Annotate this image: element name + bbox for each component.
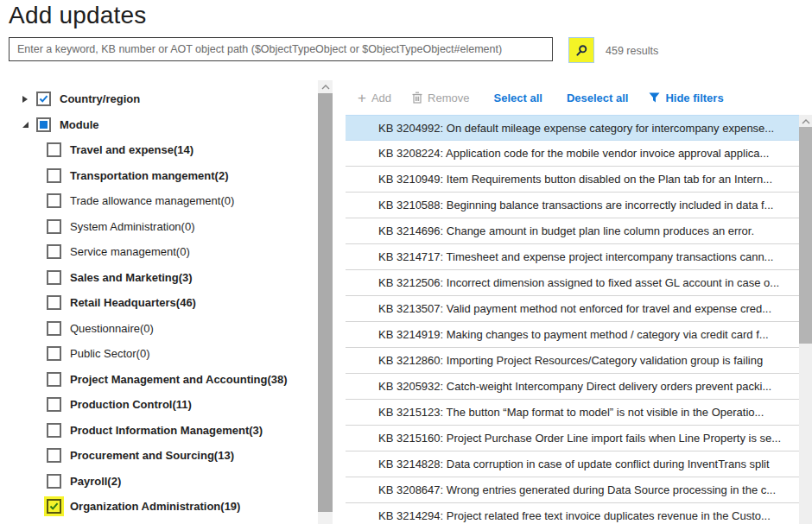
kb-result-text: KB 3212506: Incorrect dimension assigned… (378, 276, 779, 289)
expand-arrow-icon[interactable] (22, 95, 31, 104)
kb-result-row[interactable]: KB 3214696: Change amount in budget plan… (346, 218, 799, 244)
kb-result-row[interactable]: KB 3214717: Timesheet and expense projec… (346, 244, 799, 270)
tree-item[interactable]: Transportation mangement(2) (0, 163, 318, 189)
kb-result-row[interactable]: KB 3214294: Project related free text in… (346, 503, 799, 524)
tree-item[interactable]: Questionnaire(0) (0, 316, 318, 342)
tree-item[interactable]: Project Management and Accounting(38) (0, 367, 318, 393)
kb-result-row[interactable]: KB 3210588: Beginning balance transactio… (346, 193, 799, 218)
trash-icon (412, 92, 422, 104)
collapse-arrow-icon[interactable] (22, 121, 31, 129)
tree-item[interactable]: Product Information Management(3) (0, 418, 318, 444)
kb-result-row[interactable]: KB 3215160: Project Purchase Order Line … (346, 426, 799, 451)
tree-item-label: Retail Headquarters(46) (70, 296, 196, 309)
checkbox-unchecked[interactable] (47, 372, 61, 387)
page-title: Add updates (9, 2, 146, 29)
checkbox-unchecked[interactable] (47, 321, 61, 336)
deselect-all-button[interactable]: Deselect all (567, 92, 629, 104)
filter-scrollbar[interactable] (318, 80, 333, 524)
checkbox-unchecked[interactable] (47, 474, 61, 489)
tree-item[interactable]: Procurement and Sourcing(13) (0, 443, 318, 469)
tree-item-label: Questionnaire(0) (70, 322, 154, 335)
kb-result-text: KB 3210588: Beginning balance transactio… (378, 199, 773, 211)
checkbox-unchecked[interactable] (47, 423, 61, 438)
search-button[interactable] (568, 37, 594, 63)
tree-item[interactable]: Public Sector(0) (0, 341, 318, 367)
add-button[interactable]: + Add (358, 91, 391, 105)
checkbox-unchecked[interactable] (47, 295, 61, 310)
tree-item[interactable]: Sales and Marketing(3) (0, 265, 318, 291)
checkbox-unchecked[interactable] (47, 142, 61, 157)
kb-result-row[interactable]: KB 3204992: On default mileage expense c… (346, 115, 799, 141)
results-toolbar: + Add Remove Select all Deselect all (346, 80, 724, 115)
tree-item[interactable]: Module (0, 112, 318, 138)
results-scrollbar[interactable] (799, 115, 812, 524)
checkbox-unchecked[interactable] (47, 270, 61, 285)
tree-item[interactable]: Organization Administration(19) (0, 494, 318, 520)
select-all-button[interactable]: Select all (494, 92, 542, 104)
kb-result-row[interactable]: KB 3212860: Importing Project Resources/… (346, 348, 799, 374)
tree-item-label: Product Information Management(3) (70, 424, 263, 437)
tree-item-label: System Administration(0) (70, 220, 195, 233)
tree-item[interactable]: Payroll(2) (0, 469, 318, 495)
kb-result-row[interactable]: KB 3214828: Data corruption in case of u… (346, 451, 799, 477)
checkbox-checked[interactable] (36, 92, 51, 106)
deselect-all-label: Deselect all (567, 92, 629, 104)
tree-item[interactable]: Country/region (0, 86, 318, 112)
checkbox-unchecked[interactable] (47, 346, 61, 361)
kb-result-text: KB 3214696: Change amount in budget plan… (378, 224, 754, 237)
hide-filters-button[interactable]: Hide filters (649, 92, 723, 104)
tree-item-label: Trade allowance management(0) (70, 194, 234, 207)
checkbox-unchecked[interactable] (47, 244, 61, 259)
checkbox-unchecked[interactable] (47, 219, 61, 234)
checkbox-unchecked[interactable] (47, 448, 61, 463)
filter-panel: Country/regionModuleTravel and expense(1… (0, 80, 337, 524)
checkbox-checked-highlighted[interactable] (47, 499, 61, 514)
kb-result-text: KB 3214828: Data corruption in case of u… (378, 458, 770, 470)
kb-result-text: KB 3215123: The button “Map format to mo… (378, 406, 764, 419)
scrollbar-thumb[interactable] (318, 93, 333, 512)
tree-item[interactable]: Retail Headquarters(46) (0, 290, 318, 316)
kb-result-text: KB 3204992: On default mileage expense c… (378, 122, 774, 135)
plus-icon: + (358, 91, 366, 105)
tree-item-label: Organization Administration(19) (70, 500, 240, 513)
kb-result-text: KB 3212860: Importing Project Resources/… (378, 354, 763, 367)
checkbox-unchecked[interactable] (47, 193, 61, 208)
kb-result-row[interactable]: KB 3205932: Catch-weight Intercompany Di… (346, 374, 799, 400)
tree-item-label: Service management(0) (70, 245, 190, 258)
scroll-up-icon[interactable] (318, 80, 333, 93)
checkbox-unchecked[interactable] (47, 397, 61, 412)
results-panel: + Add Remove Select all Deselect all (346, 80, 812, 524)
tree-item-label: Transportation mangement(2) (70, 169, 228, 182)
tree-item[interactable]: Trade allowance management(0) (0, 188, 318, 214)
tree-item-label: Public Sector(0) (70, 347, 149, 360)
hide-filters-label: Hide filters (665, 92, 723, 104)
tree-item[interactable]: Service management(0) (0, 239, 318, 265)
tree-item[interactable]: Production Control(11) (0, 392, 318, 418)
kb-result-row[interactable]: KB 3210949: Item Requirements button dis… (346, 167, 799, 193)
checkbox-indeterminate[interactable] (36, 117, 51, 132)
kb-result-row[interactable]: KB 3214919: Making changes to payment me… (346, 322, 799, 348)
kb-result-row[interactable]: KB 3213507: Valid payment method not enf… (346, 296, 799, 322)
kb-result-text: KB 3213507: Valid payment method not enf… (378, 302, 771, 315)
kb-result-row[interactable]: KB 3208224: Application code for the mob… (346, 141, 799, 167)
checkbox-unchecked[interactable] (47, 168, 61, 183)
scrollbar-thumb[interactable] (799, 127, 812, 344)
tree-item-label: Country/region (60, 92, 140, 105)
tree-item[interactable]: Travel and expense(14) (0, 137, 318, 163)
kb-result-row[interactable]: KB 3215123: The button “Map format to mo… (346, 400, 799, 426)
filter-funnel-icon (649, 92, 660, 103)
tree-item-label: Project Management and Accounting(38) (70, 373, 288, 386)
remove-button-label: Remove (428, 92, 469, 104)
tree-item[interactable]: System Administration(0) (0, 214, 318, 240)
magnifier-icon (575, 44, 588, 57)
tree-item-label: Production Control(11) (70, 398, 192, 411)
scroll-up-icon[interactable] (799, 115, 812, 128)
tree-item-label: Sales and Marketing(3) (70, 271, 193, 284)
kb-result-row[interactable]: KB 3208647: Wrong entries generated duri… (346, 477, 799, 503)
tree-item-label: Procurement and Sourcing(13) (70, 449, 234, 462)
remove-button[interactable]: Remove (412, 92, 469, 104)
results-count: 459 results (606, 45, 658, 57)
search-input[interactable] (9, 37, 553, 61)
kb-result-row[interactable]: KB 3212506: Incorrect dimension assigned… (346, 270, 799, 296)
kb-result-text: KB 3208647: Wrong entries generated duri… (378, 483, 776, 496)
